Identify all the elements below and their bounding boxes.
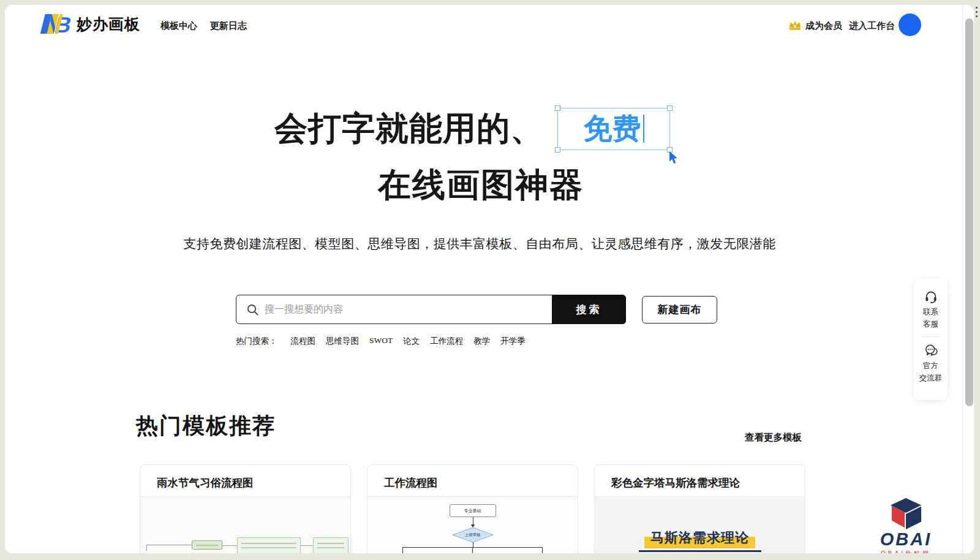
template-card-maslow-pyramid[interactable]: 彩色金字塔马斯洛需求理论 马斯洛需求理论 生活、职场、沟通等处处可用的思考模型 xyxy=(594,464,805,553)
hot-search-row: 热门搜索： 流程图 思维导图 SWOT 论文 工作流程 教学 开学季 xyxy=(236,336,526,347)
flow-node-rect: 专业基础 xyxy=(450,504,496,517)
obai-watermark: OBAI OBAI导航网 xyxy=(859,497,952,553)
card-header: 雨水节气习俗流程图 xyxy=(140,465,350,497)
text-caret xyxy=(643,115,644,143)
maslow-preview-title: 马斯洛需求理论 xyxy=(644,529,755,548)
contact-label-line1: 联系 xyxy=(923,307,938,317)
group-label-line1: 官方 xyxy=(923,361,938,371)
hot-search-workflow[interactable]: 工作流程 xyxy=(430,336,463,347)
obai-caption: OBAI导航网 xyxy=(859,550,952,553)
scrollbar-thumb[interactable] xyxy=(965,18,973,406)
hot-search-swot[interactable]: SWOT xyxy=(369,336,393,347)
search-input[interactable] xyxy=(265,296,540,323)
flow-diamond-label: 上级审核 xyxy=(453,528,493,542)
flow-node-text xyxy=(313,537,349,553)
mouse-cursor-icon xyxy=(669,151,679,164)
official-group-button[interactable]: 官方 交流群 xyxy=(914,341,948,386)
hero-selection-box[interactable]: 免费 xyxy=(557,108,670,150)
desktop-background: { "header": { "brand": "妙办画板", "nav": [ … xyxy=(0,0,980,560)
search-icon xyxy=(247,304,258,316)
card-header: 彩色金字塔马斯洛需求理论 xyxy=(595,465,805,497)
hot-search-label: 热门搜索： xyxy=(236,336,277,347)
card-preview-maslow: 马斯洛需求理论 生活、职场、沟通等处处可用的思考模型 xyxy=(595,497,805,553)
card-preview-workflow: 专业基础 上级审核 xyxy=(368,497,578,553)
hot-search-back-to-school[interactable]: 开学季 xyxy=(500,336,526,347)
resize-handle-dots xyxy=(976,7,978,17)
chat-group-icon xyxy=(924,344,938,357)
card-preview-flowchart xyxy=(140,497,350,553)
hero-title-prefix: 会打字就能用的、 xyxy=(274,107,544,151)
flow-connector xyxy=(146,545,193,551)
flow-connector xyxy=(542,547,543,553)
card-title: 彩色金字塔马斯洛需求理论 xyxy=(611,477,740,489)
flow-connector xyxy=(402,547,403,553)
browser-page: B 妙办画板 模板中心 更新日志 成为会员 进入工作台 会打字就能用的、 免费 … xyxy=(5,5,974,553)
brand-logo[interactable]: B 妙办画板 xyxy=(40,13,140,34)
search-button[interactable]: 搜索 xyxy=(552,295,626,324)
search-box: 搜索 xyxy=(236,295,626,324)
hero-title-selected-word: 免费 xyxy=(584,110,641,147)
flow-node-small xyxy=(192,540,222,550)
template-card-rain-flowchart[interactable]: 雨水节气习俗流程图 xyxy=(140,464,351,553)
selection-handle-top-right[interactable] xyxy=(667,105,673,111)
hot-search-teaching[interactable]: 教学 xyxy=(473,336,490,347)
brand-name: 妙办画板 xyxy=(77,14,140,34)
templates-heading: 热门模板推荐 xyxy=(136,411,276,441)
panel-divider xyxy=(921,336,941,337)
template-card-work-flowchart[interactable]: 工作流程图 专业基础 上级审核 xyxy=(367,464,578,553)
flow-connector xyxy=(472,547,473,553)
user-avatar[interactable] xyxy=(899,13,921,36)
selection-handle-top-left[interactable] xyxy=(555,105,560,111)
flow-node-diamond: 上级审核 xyxy=(453,528,493,542)
crown-icon xyxy=(788,20,802,30)
card-title: 雨水节气习俗流程图 xyxy=(157,477,254,489)
maslow-underline xyxy=(639,550,761,552)
hero-title-line2: 在线画图神器 xyxy=(5,163,965,208)
selection-handle-bottom-left[interactable] xyxy=(555,147,560,153)
contact-support-button[interactable]: 联系 客服 xyxy=(914,287,948,332)
nav-template-center[interactable]: 模板中心 xyxy=(160,20,197,32)
flow-node-text xyxy=(237,537,301,553)
hot-search-flowchart[interactable]: 流程图 xyxy=(291,336,316,347)
headset-icon xyxy=(924,290,938,303)
flow-connector xyxy=(301,545,313,546)
hero-subtitle: 支持免费创建流程图、模型图、思维导图，提供丰富模板、自由布局、让灵感思维有序，激… xyxy=(5,235,964,252)
hero-title-line1: 会打字就能用的、 免费 xyxy=(5,107,957,151)
group-label-line2: 交流群 xyxy=(919,373,943,384)
flow-connector xyxy=(473,542,473,547)
enter-workspace-link[interactable]: 进入工作台 xyxy=(849,20,895,32)
become-member-link[interactable]: 成为会员 xyxy=(805,20,842,32)
card-title: 工作流程图 xyxy=(384,477,438,489)
nav-changelog[interactable]: 更新日志 xyxy=(210,20,247,32)
card-header: 工作流程图 xyxy=(368,465,578,497)
hot-search-paper[interactable]: 论文 xyxy=(403,336,420,347)
obai-brand-text: OBAI xyxy=(859,530,952,548)
more-templates-link[interactable]: 查看更多模板 xyxy=(745,431,802,444)
floating-side-panel: 联系 客服 官方 交流群 xyxy=(914,279,948,400)
new-canvas-button[interactable]: 新建画布 xyxy=(642,296,717,324)
hot-search-mindmap[interactable]: 思维导图 xyxy=(326,336,359,347)
contact-label-line2: 客服 xyxy=(923,319,938,330)
obai-cube-icon xyxy=(887,497,925,530)
brand-logo-icon: B xyxy=(40,13,72,34)
flow-connector xyxy=(222,545,237,546)
